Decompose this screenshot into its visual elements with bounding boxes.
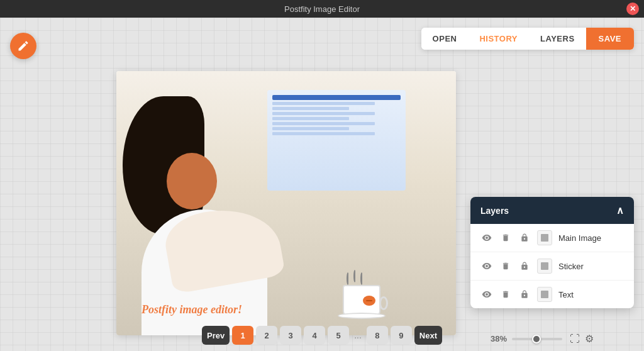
- canvas-container: Postfity image editor!: [116, 71, 456, 335]
- zoom-slider-thumb: [532, 335, 541, 343]
- person-face: [167, 153, 217, 209]
- settings-button[interactable]: ⚙: [585, 333, 594, 345]
- layer-item-sticker: Sticker: [470, 252, 634, 281]
- sticker-cup: [330, 260, 393, 316]
- close-button[interactable]: ✕: [626, 3, 639, 15]
- layer-item-main-image: Main Image: [470, 224, 634, 252]
- layer-lock-text[interactable]: [518, 290, 531, 299]
- canvas-watermark: Postfity image editor!: [142, 303, 242, 316]
- page-btn-2[interactable]: 2: [256, 326, 277, 345]
- svg-rect-0: [541, 234, 548, 242]
- open-button[interactable]: OPEN: [421, 28, 469, 50]
- layer-thumb-text: [537, 287, 552, 302]
- prev-button[interactable]: Prev: [202, 326, 230, 345]
- edit-fab-button[interactable]: [10, 33, 36, 59]
- app-title: Postfity Image Editor: [284, 4, 360, 14]
- page-btn-5[interactable]: 5: [328, 326, 349, 345]
- page-ellipsis: ...: [352, 330, 364, 340]
- layers-button[interactable]: LAYERS: [529, 28, 586, 50]
- layer-label-text: Text: [558, 290, 574, 299]
- fullscreen-button[interactable]: ⛶: [570, 333, 580, 345]
- layer-lock-main-image[interactable]: [518, 233, 531, 242]
- layers-panel-header[interactable]: Layers ∧: [470, 197, 634, 224]
- layer-visibility-main-image[interactable]: [480, 233, 493, 243]
- layer-label-main-image: Main Image: [558, 233, 601, 243]
- zoom-slider[interactable]: [512, 338, 562, 340]
- layer-delete-sticker[interactable]: [499, 262, 512, 270]
- layer-thumb-sticker: [537, 259, 552, 274]
- layer-item-text: Text: [470, 281, 634, 308]
- layers-panel: Layers ∧ Main Image: [470, 197, 634, 308]
- main-area: OPEN HISTORY LAYERS SAVE: [0, 18, 644, 351]
- canvas-photo[interactable]: Postfity image editor!: [116, 71, 456, 335]
- layers-chevron-icon: ∧: [616, 204, 624, 216]
- zoom-area: 38% ⛶ ⚙: [491, 333, 594, 345]
- page-btn-9[interactable]: 9: [391, 326, 412, 345]
- save-button[interactable]: SAVE: [586, 28, 634, 50]
- layers-panel-title: Layers: [480, 206, 509, 216]
- next-button[interactable]: Next: [414, 326, 442, 345]
- layer-label-sticker: Sticker: [558, 262, 584, 271]
- page-btn-4[interactable]: 4: [304, 326, 325, 345]
- history-button[interactable]: HISTORY: [468, 28, 529, 50]
- zoom-level: 38%: [491, 334, 507, 343]
- svg-rect-1: [541, 262, 548, 270]
- layer-thumb-main-image: [537, 230, 552, 245]
- layer-delete-text[interactable]: [499, 290, 512, 299]
- page-btn-3[interactable]: 3: [280, 326, 301, 345]
- layer-visibility-text[interactable]: [480, 289, 493, 299]
- layer-lock-sticker[interactable]: [518, 262, 531, 270]
- edit-icon: [17, 40, 30, 52]
- page-btn-1[interactable]: 1: [232, 326, 253, 345]
- page-btn-8[interactable]: 8: [367, 326, 388, 345]
- layer-visibility-sticker[interactable]: [480, 261, 493, 271]
- laptop-screen: [267, 90, 406, 191]
- layer-delete-main-image[interactable]: [499, 233, 512, 242]
- toolbar: OPEN HISTORY LAYERS SAVE: [421, 28, 634, 50]
- title-bar: Postfity Image Editor ✕: [0, 0, 644, 18]
- svg-rect-2: [541, 291, 548, 298]
